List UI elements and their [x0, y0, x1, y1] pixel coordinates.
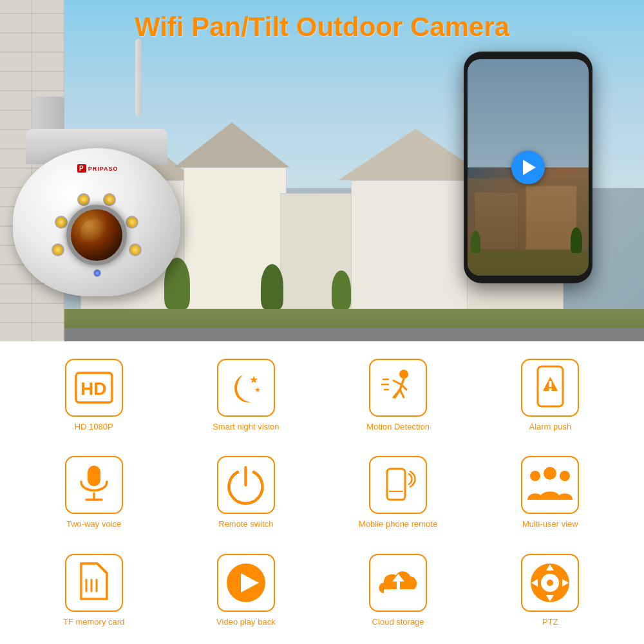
feature-icon-night: ★ ★	[217, 359, 275, 417]
hero-section: P PRIPASO	[0, 0, 644, 341]
phone-frame	[464, 52, 592, 283]
feature-label-twoway: Two-way voice	[66, 519, 121, 529]
feature-tf-card: TF memory card	[19, 543, 168, 638]
feature-icon-alarm	[521, 359, 579, 417]
feature-twoway: Two-way voice	[19, 446, 168, 540]
play-icon	[523, 160, 536, 175]
svg-point-16	[560, 471, 570, 481]
feature-label-playback: Video play back	[216, 617, 276, 627]
feature-icon-ptz	[521, 554, 579, 612]
feature-icon-phone	[369, 456, 427, 514]
feature-label-multiuser: Multi-user view	[522, 519, 578, 529]
svg-rect-8	[88, 466, 100, 486]
svg-rect-6	[549, 381, 551, 387]
feature-playback: Video play back	[171, 543, 320, 638]
svg-text:★: ★	[254, 386, 261, 393]
phone-screen	[468, 59, 589, 276]
feature-icon-play	[217, 554, 275, 612]
svg-point-4	[399, 370, 408, 379]
feature-label-ptz: PTZ	[542, 617, 558, 627]
feature-mobile: Moblie phone remote	[324, 446, 473, 540]
feature-label-motion: Motion Detection	[366, 422, 430, 431]
play-button[interactable]	[511, 151, 545, 184]
svg-rect-7	[549, 388, 551, 391]
road	[55, 328, 644, 341]
feature-icon-hd1080p: HD	[65, 359, 123, 417]
features-grid: HD HD 1080P ★ ★ Smart night vision	[0, 341, 644, 644]
feature-label-cloud: Cloud storage	[372, 617, 424, 627]
svg-point-26	[547, 580, 553, 586]
feature-icon-cloud	[369, 554, 427, 612]
feature-remote-switch: Remote switch	[171, 446, 320, 540]
feature-cloud: Cloud storage	[324, 543, 473, 638]
svg-text:★: ★	[249, 374, 258, 385]
feature-icon-sdcard	[65, 554, 123, 612]
feature-label-remote-switch: Remote switch	[218, 519, 273, 529]
svg-point-14	[544, 467, 556, 480]
feature-night-vision: ★ ★ Smart night vision	[171, 348, 320, 442]
feature-icon-users	[521, 456, 579, 514]
camera-product: P PRIPASO	[0, 39, 238, 316]
feature-icon-power	[217, 456, 275, 514]
svg-line-17	[97, 564, 107, 573]
feature-alarm: Alarm push	[476, 348, 625, 442]
phone-mockup	[464, 52, 592, 283]
feature-label-tf-card: TF memory card	[63, 617, 124, 627]
feature-icon-motion	[369, 359, 427, 417]
svg-text:HD: HD	[80, 379, 106, 399]
feature-label-night: Smart night vision	[213, 422, 279, 431]
svg-rect-12	[387, 469, 405, 500]
feature-multiuser: Multi-user view	[476, 446, 625, 540]
page-title: Wifi Pan/Tilt Outdoor Camera	[0, 12, 644, 43]
feature-label-mobile: Moblie phone remote	[359, 519, 437, 529]
feature-label-alarm: Alarm push	[529, 422, 572, 431]
feature-hd1080p: HD HD 1080P	[19, 348, 168, 442]
feature-label-hd1080p: HD 1080P	[75, 422, 113, 431]
feature-ptz: PTZ	[476, 543, 625, 638]
svg-point-15	[530, 471, 540, 481]
feature-icon-mic	[65, 456, 123, 514]
feature-motion: Motion Detection	[324, 348, 473, 442]
